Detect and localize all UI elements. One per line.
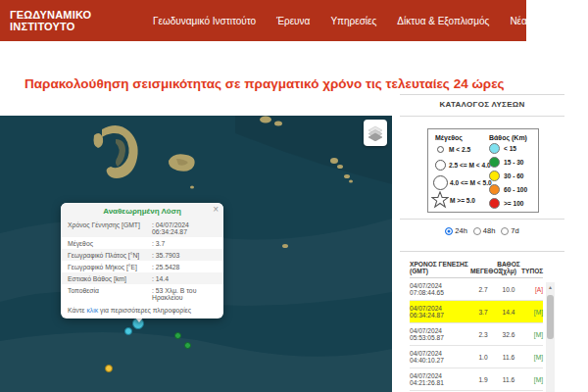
close-icon[interactable]: × — [213, 205, 219, 215]
time-filter-group: 24h 48h 7d — [400, 226, 564, 235]
table-row[interactable]: 04/07/2024 07:08:44.65 2.7 10.0 [A] — [410, 278, 543, 301]
radio-icon[interactable] — [473, 227, 481, 235]
popup-row-origin-time: Χρόνος Γέννησης [GMT] 04/07/2024 06:34:2… — [61, 219, 223, 237]
earthquake-marker[interactable] — [174, 332, 181, 339]
magnitude-large-circle-icon — [433, 175, 448, 190]
earthquake-popup: × Αναθεωρημένη Λύση Χρόνος Γέννησης [GMT… — [61, 203, 223, 318]
catalog-title: ΚΑΤΑΛΟΓΟΣ ΛΥΣΕΩΝ — [400, 100, 564, 109]
map-island — [330, 158, 338, 164]
depth-30-60-icon — [489, 171, 500, 181]
divider — [400, 116, 564, 117]
nav-item-research[interactable]: Έρευνα — [276, 16, 310, 26]
brand-logo[interactable]: ΓΕΩΔΥΝΑΜΙΚΟ ΙΝΣΤΙΤΟΥΤΟ — [10, 9, 145, 32]
map-island — [274, 122, 282, 126]
magnitude-medium-circle-icon — [435, 160, 446, 171]
filter-48h[interactable]: 48h — [473, 226, 496, 235]
nav-item-institute[interactable]: Γεωδυναμικό Ινστιτούτο — [153, 16, 256, 26]
type-badge: [A] — [521, 286, 543, 293]
filter-24h[interactable]: 24h — [445, 226, 467, 235]
type-badge: [M] — [521, 376, 543, 383]
legend-mag-item: M >= 5.0 — [431, 191, 475, 209]
map-island — [337, 165, 343, 169]
legend-mag-item: 4.0 <= M < 5.0 — [433, 175, 492, 190]
page-title: Παρακολούθηση σεισμικότητας σε πραγματικ… — [24, 76, 534, 91]
table-row[interactable]: 04/07/2024 05:53:05.87 2.3 32.6 [M] — [410, 323, 543, 346]
table-scrollbar[interactable]: ▲ — [546, 282, 555, 392]
nav-item-news[interactable]: Νέα — [510, 16, 526, 26]
col-header-type: ΤΥΠΟΣ — [521, 268, 543, 274]
scrollbar-thumb[interactable] — [547, 295, 554, 339]
legend-depth-item: 60 - 100 — [489, 184, 527, 195]
solutions-table: ΧΡΟΝΟΣ ΓΕΝΕΣΗΣ (GMT) ΜΕΓΕΘΟΣ ΒΑΘΟΣ (χλμ)… — [410, 253, 543, 391]
table-row[interactable]: 04/07/2024 04:40:10.27 1.0 11.6 [M] — [410, 346, 543, 368]
earthquake-marker[interactable] — [105, 365, 113, 372]
layers-icon — [368, 125, 383, 141]
popup-row-depth: Εστιακό Βάθος [km] 14.4 — [61, 272, 223, 284]
filter-7d[interactable]: 7d — [501, 226, 518, 235]
popup-row-latitude: Γεωγραφικό Πλάτος [°N] 35.7903 — [61, 249, 223, 261]
popup-row-longitude: Γεωγραφικό Μήκος [°E] 25.5428 — [61, 261, 223, 272]
radio-selected-icon[interactable] — [445, 227, 453, 235]
legend-magnitude-title: Μέγεθος — [435, 134, 463, 141]
map-island — [190, 186, 194, 189]
download-icon[interactable]: ↓ — [552, 14, 559, 28]
top-navbar: ΓΕΩΔΥΝΑΜΙΚΟ ΙΝΣΤΙΤΟΥΤΟ Γεωδυναμικό Ινστι… — [0, 0, 526, 41]
table-row-highlighted[interactable]: 04/07/2024 06:34:24.87 3.7 14.4 [M] — [410, 301, 543, 323]
nav-item-services[interactable]: Υπηρεσίες — [330, 16, 376, 26]
popup-row-location: Τοποθεσία 53 Χλμ. Β του Ηρακλείου — [61, 284, 223, 303]
map-island — [282, 244, 288, 248]
legend-depth-item: >= 100 — [489, 198, 524, 209]
popup-title: Αναθεωρημένη Λύση — [61, 203, 223, 219]
map-island — [94, 133, 104, 148]
type-badge: [M] — [521, 354, 543, 361]
map-island — [260, 117, 271, 123]
radio-icon[interactable] — [501, 227, 509, 235]
more-info-link[interactable]: κλικ — [86, 307, 98, 314]
nav-item-networks[interactable]: Δίκτυα & Εξοπλισμός — [397, 16, 489, 26]
legend-mag-item: 2.5 <= M < 4.0 — [435, 160, 491, 171]
earthquake-marker[interactable] — [124, 327, 132, 335]
popup-row-magnitude: Μέγεθος 3.7 — [61, 237, 223, 249]
legend-depth-title: Βάθος (Km) — [489, 134, 527, 141]
map-island — [344, 174, 350, 178]
popup-footer: Κάντε κλικ για περισσότερες πληροφορίες — [61, 303, 223, 318]
scrollbar-up-icon[interactable]: ▲ — [546, 282, 555, 292]
type-badge: [M] — [521, 309, 543, 316]
table-row[interactable]: 04/07/2024 04:21:26.81 1.9 11.6 [M] — [410, 368, 543, 391]
legend-depth-item: 15 - 30 — [489, 157, 524, 168]
earthquake-marker[interactable] — [184, 342, 191, 349]
legend-depth-item: 30 - 60 — [489, 171, 524, 181]
type-badge: [M] — [521, 331, 543, 338]
legend-mag-item: M < 2.5 — [437, 146, 470, 153]
depth-gt100-icon — [489, 198, 500, 209]
map-layers-button[interactable] — [364, 120, 387, 146]
magnitude-small-circle-icon — [437, 146, 444, 153]
depth-15-30-icon — [489, 157, 500, 168]
col-header-depth: ΒΑΘΟΣ (χλμ) — [496, 261, 521, 274]
divider — [400, 219, 564, 220]
magnitude-star-icon — [431, 191, 449, 209]
table-header: ΧΡΟΝΟΣ ΓΕΝΕΣΗΣ (GMT) ΜΕΓΕΘΟΣ ΒΑΘΟΣ (χλμ)… — [410, 253, 543, 278]
col-header-mag: ΜΕΓΕΘΟΣ — [470, 268, 496, 274]
depth-60-100-icon — [489, 184, 500, 195]
legend-depth-item: < 15 — [489, 143, 516, 154]
map-island — [349, 180, 353, 183]
divider — [400, 251, 564, 252]
col-header-time: ΧΡΟΝΟΣ ΓΕΝΕΣΗΣ (GMT) — [410, 261, 470, 274]
divider — [400, 94, 564, 95]
nav-menu: Γεωδυναμικό Ινστιτούτο Έρευνα Υπηρεσίες … — [153, 14, 558, 28]
map-legend: Μέγεθος Βάθος (Km) M < 2.5 2.5 <= M < 4.… — [427, 128, 539, 213]
depth-lt15-icon — [489, 143, 500, 154]
